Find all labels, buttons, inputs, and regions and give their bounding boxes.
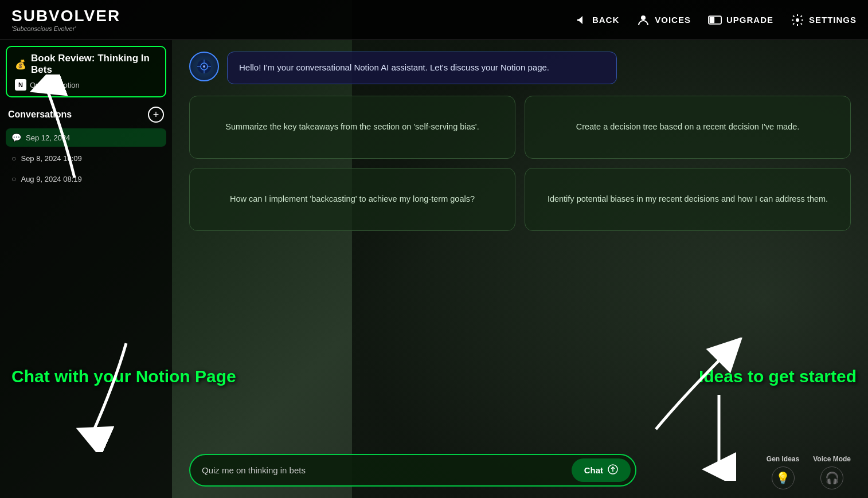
conversation-date-2: Sep 8, 2024 10:09 [21,154,81,163]
suggestion-text-4: Identify potential biases in my recent d… [548,193,828,206]
chat-input[interactable] [202,465,566,475]
upgrade-button[interactable]: UPGRADE [708,13,773,27]
sidebar: 💰 Book Review: Thinking In Bets N Open i… [0,40,172,498]
page-title-top: 💰 Book Review: Thinking In Bets [15,53,157,76]
conversation-item-2[interactable]: ○ Sep 8, 2024 10:09 [6,149,166,167]
conversation-item-3[interactable]: ○ Aug 9, 2024 08:19 [6,170,166,188]
voice-mode-action[interactable]: Voice Mode 🎧 [813,455,851,489]
nav-actions: BACK VOICES UPGRADE SETTINGS [574,13,857,27]
brand: SUBVOLVER 'Subconscious Evolver' [11,8,120,32]
bottom-actions: Gen Ideas 💡 Voice Mode 🎧 [767,455,851,489]
suggestion-text-2: Create a decision tree based on a recent… [576,121,800,134]
navbar: SUBVOLVER 'Subconscious Evolver' BACK VO… [0,0,868,40]
plus-icon: + [153,109,159,120]
greeting-row: Hello! I'm your conversational Notion AI… [189,52,851,84]
settings-button[interactable]: SETTINGS [791,13,857,27]
conversations-title: Conversations [8,109,72,120]
suggestion-card-2[interactable]: Create a decision tree based on a recent… [525,96,851,159]
voices-button[interactable]: VOICES [636,13,691,27]
voices-icon [636,13,650,27]
greeting-text: Hello! I'm your conversational Notion AI… [239,61,605,74]
back-button[interactable]: BACK [574,13,619,27]
brand-subtitle: 'Subconscious Evolver' [11,25,120,32]
main-content: Hello! I'm your conversational Notion AI… [172,40,868,498]
svg-point-8 [203,65,205,68]
brand-title: SUBVOLVER [11,8,120,24]
suggestions-grid: Summarize the key takeaways from the sec… [189,96,851,231]
greeting-bubble: Hello! I'm your conversational Notion AI… [227,52,617,84]
notion-link[interactable]: N Open in Notion [15,79,157,91]
chat-bubble-icon-3: ○ [11,174,16,183]
voice-mode-icon-wrap: 🎧 [820,466,843,489]
chat-bubble-icon-2: ○ [11,154,16,163]
svg-point-5 [796,18,799,22]
suggestion-text-1: Summarize the key takeaways from the sec… [225,121,479,134]
svg-rect-4 [710,17,715,22]
notion-icon: N [15,79,26,91]
headphones-icon: 🎧 [825,471,839,485]
page-title-text: Book Review: Thinking In Bets [31,53,157,76]
chat-bubble-icon-1: 💬 [11,133,21,142]
page-title-card: 💰 Book Review: Thinking In Bets N Open i… [6,46,166,97]
upgrade-icon [708,13,722,27]
svg-rect-1 [577,19,582,21]
gen-ideas-icon-wrap: 💡 [772,466,795,489]
settings-icon [791,13,804,27]
suggestion-text-3: How can I implement 'backcasting' to ach… [230,193,475,206]
page-emoji: 💰 [15,59,26,70]
suggestion-card-4[interactable]: Identify potential biases in my recent d… [525,168,851,231]
chat-input-area: Chat [172,454,868,487]
gen-ideas-label: Gen Ideas [767,455,799,463]
conversation-item-1[interactable]: 💬 Sep 12, 2024 [6,128,166,147]
suggestion-card-3[interactable]: How can I implement 'backcasting' to ach… [189,168,515,231]
gen-ideas-action[interactable]: Gen Ideas 💡 [767,455,799,489]
ai-avatar [189,52,219,81]
chat-input-wrapper: Chat [189,454,636,487]
conversation-date-1: Sep 12, 2024 [26,134,70,142]
add-conversation-button[interactable]: + [148,107,164,123]
chat-button-label: Chat [584,465,603,475]
voice-mode-label: Voice Mode [813,455,851,463]
suggestion-card-1[interactable]: Summarize the key takeaways from the sec… [189,96,515,159]
conversation-date-3: Aug 9, 2024 08:19 [21,175,81,183]
lightbulb-icon: 💡 [776,471,790,485]
svg-point-2 [641,15,646,20]
back-icon [574,13,588,27]
chat-button[interactable]: Chat [572,458,631,482]
send-icon [608,464,618,476]
conversations-header: Conversations + [6,107,166,123]
